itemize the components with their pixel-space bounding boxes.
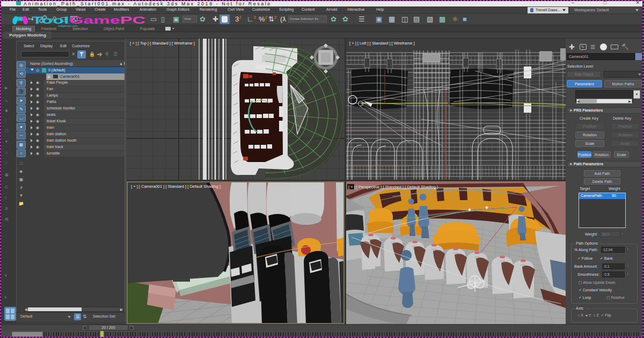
svg-text:[ + ] [ Perspective ] [ Standa: [ + ] [ Perspective ] [ Standard ] [ Def…: [348, 185, 438, 189]
svg-text:[ + ] [ Left ] [ Standard ] [: [ + ] [ Left ] [ Standard ] [ Wireframe …: [349, 41, 415, 46]
svg-text:[ + ] [ Top ] [ Standard ] [ W: [ + ] [ Top ] [ Standard ] [ Wireframe ]: [130, 41, 195, 46]
svg-text:[ + ] [ Camera001 ] [ Standard: [ + ] [ Camera001 ] [ Standard ] [ Defau…: [131, 184, 221, 189]
